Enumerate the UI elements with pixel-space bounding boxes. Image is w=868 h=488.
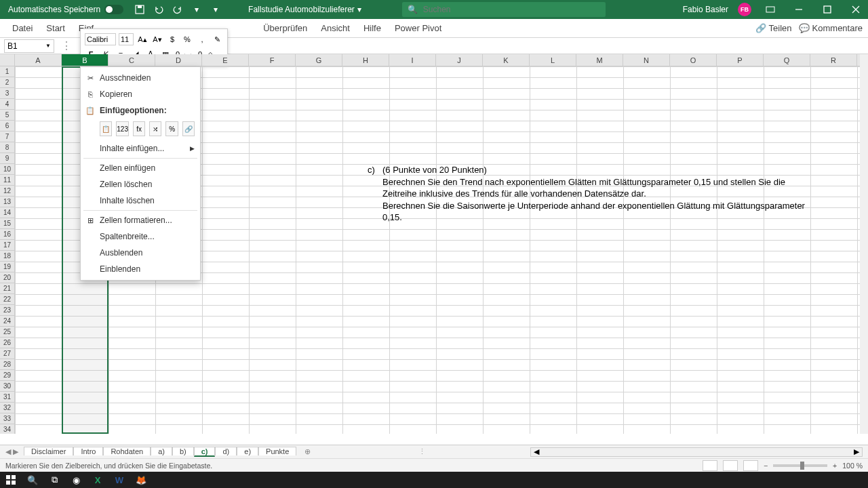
row-header-16[interactable]: 16 <box>0 229 15 240</box>
ribbon-mode-icon[interactable] <box>761 0 780 19</box>
ctx-paste-special[interactable]: Inhalte einfügen... ▶ <box>81 140 200 157</box>
column-header-E[interactable]: E <box>202 54 249 66</box>
word-taskbar-icon[interactable]: W <box>108 472 130 488</box>
row-header-19[interactable]: 19 <box>0 262 15 272</box>
sheet-tab-Punkte[interactable]: Punkte <box>258 447 296 455</box>
tab-start[interactable]: Start <box>39 19 71 37</box>
paste-opt-transpose[interactable]: ⤭ <box>149 121 161 136</box>
sheet-tab-Intro[interactable]: Intro <box>73 447 103 455</box>
comments-button[interactable]: 💬Kommentare <box>799 23 863 33</box>
row-header-29[interactable]: 29 <box>0 370 15 381</box>
toggle-switch[interactable] <box>104 5 123 14</box>
view-layout-icon[interactable] <box>723 460 738 471</box>
sheet-tab-c[interactable]: c) <box>194 447 216 457</box>
tab-hilfe[interactable]: Hilfe <box>357 19 388 37</box>
task-view-icon[interactable]: ⧉ <box>43 472 65 488</box>
user-avatar[interactable]: FB <box>738 3 751 16</box>
paste-opt-values[interactable]: 123 <box>116 121 129 136</box>
row-header-1[interactable]: 1 <box>0 66 15 77</box>
sheet-tab-d[interactable]: d) <box>215 447 237 455</box>
share-button[interactable]: 🔗Teilen <box>755 23 792 33</box>
view-pagebreak-icon[interactable] <box>743 460 758 471</box>
row-header-14[interactable]: 14 <box>0 207 15 218</box>
column-header-F[interactable]: F <box>249 54 296 66</box>
ctx-cut[interactable]: ✂ Ausschneiden <box>81 70 200 86</box>
row-header-18[interactable]: 18 <box>0 251 15 262</box>
sheet-tab-e[interactable]: e) <box>237 447 258 455</box>
qat-more-icon[interactable]: ▾ <box>210 4 221 15</box>
row-header-28[interactable]: 28 <box>0 359 15 370</box>
tab-powerpivot[interactable]: Power Pivot <box>388 19 448 37</box>
horizontal-scrollbar[interactable]: ◀▶ <box>530 447 863 457</box>
format-painter-icon[interactable]: ✎ <box>211 33 223 45</box>
start-button[interactable] <box>0 472 22 488</box>
ctx-clear-contents[interactable]: Inhalte löschen <box>81 192 200 209</box>
save-icon[interactable] <box>134 4 145 15</box>
row-header-31[interactable]: 31 <box>0 392 15 403</box>
row-header-22[interactable]: 22 <box>0 294 15 305</box>
select-all-corner[interactable] <box>0 54 15 66</box>
row-header-11[interactable]: 11 <box>0 175 15 186</box>
row-header-2[interactable]: 2 <box>0 77 15 88</box>
percent-format-icon[interactable]: % <box>181 33 193 45</box>
row-header-26[interactable]: 26 <box>0 338 15 348</box>
column-header-D[interactable]: D <box>155 54 202 66</box>
row-header-33[interactable]: 33 <box>0 413 15 424</box>
firefox-taskbar-icon[interactable]: 🦊 <box>130 472 152 488</box>
accounting-format-icon[interactable]: $ <box>166 33 178 45</box>
obs-icon[interactable]: ◉ <box>65 472 87 488</box>
view-normal-icon[interactable] <box>703 460 717 471</box>
row-header-21[interactable]: 21 <box>0 283 15 294</box>
row-header-9[interactable]: 9 <box>0 153 15 164</box>
row-header-27[interactable]: 27 <box>0 348 15 359</box>
column-header-B[interactable]: B <box>62 54 108 66</box>
row-header-5[interactable]: 5 <box>0 110 15 121</box>
ctx-insert-cells[interactable]: Zellen einfügen <box>81 160 200 176</box>
search-input[interactable] <box>423 5 600 14</box>
row-header-24[interactable]: 24 <box>0 316 15 327</box>
maximize-icon[interactable] <box>818 0 837 19</box>
column-header-R[interactable]: R <box>810 54 857 66</box>
column-header-M[interactable]: M <box>576 54 623 66</box>
row-header-8[interactable]: 8 <box>0 142 15 153</box>
row-header-30[interactable]: 30 <box>0 381 15 392</box>
paste-opt-formatting[interactable]: % <box>165 121 178 136</box>
paste-opt-link[interactable]: 🔗 <box>182 121 195 136</box>
column-header-N[interactable]: N <box>623 54 670 66</box>
undo-icon[interactable] <box>153 4 164 15</box>
row-header-34[interactable]: 34 <box>0 424 15 434</box>
row-header-32[interactable]: 32 <box>0 403 15 413</box>
sheet-tab-b[interactable]: b) <box>172 447 194 455</box>
tab-split-handle[interactable]: ⋮ <box>414 447 430 456</box>
doc-dropdown-icon[interactable]: ▾ <box>357 5 361 14</box>
zoom-out-icon[interactable]: − <box>764 462 768 470</box>
row-header-12[interactable]: 12 <box>0 186 15 197</box>
row-header-25[interactable]: 25 <box>0 327 15 338</box>
chevron-down-icon[interactable]: ▼ <box>45 43 51 49</box>
row-header-3[interactable]: 3 <box>0 88 15 99</box>
paste-opt-formulas[interactable]: fx <box>133 121 145 136</box>
add-sheet-button[interactable]: ⊕ <box>300 447 314 456</box>
excel-taskbar-icon[interactable]: X <box>87 472 108 488</box>
column-header-P[interactable]: P <box>717 54 764 66</box>
sheet-tab-Rohdaten[interactable]: Rohdaten <box>103 447 151 455</box>
vertical-scrollbar[interactable] <box>860 54 868 434</box>
row-header-17[interactable]: 17 <box>0 240 15 251</box>
ctx-column-width[interactable]: Spaltenbreite... <box>81 228 200 245</box>
paste-opt-default[interactable]: 📋 <box>100 121 112 136</box>
ctx-delete-cells[interactable]: Zellen löschen <box>81 176 200 192</box>
column-header-K[interactable]: K <box>483 54 530 66</box>
column-header-Q[interactable]: Q <box>764 54 810 66</box>
close-icon[interactable] <box>846 0 865 19</box>
row-header-10[interactable]: 10 <box>0 164 15 175</box>
column-header-I[interactable]: I <box>389 54 436 66</box>
sheet-tab-a[interactable]: a) <box>151 447 172 455</box>
column-header-C[interactable]: C <box>108 54 155 66</box>
ctx-copy[interactable]: ⎘ Kopieren <box>81 86 200 102</box>
search-taskbar-icon[interactable]: 🔍 <box>22 472 43 488</box>
row-header-6[interactable]: 6 <box>0 121 15 131</box>
tab-ansicht[interactable]: Ansicht <box>314 19 357 37</box>
redo-icon[interactable] <box>172 4 183 15</box>
minimize-icon[interactable] <box>789 0 808 19</box>
name-box[interactable]: B1 ▼ <box>4 39 54 53</box>
